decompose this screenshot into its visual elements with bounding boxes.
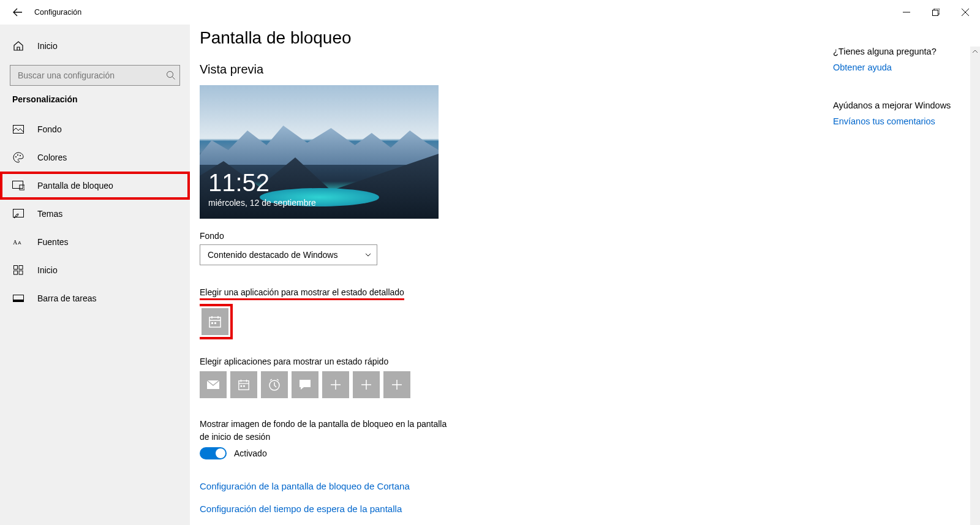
cortana-link[interactable]: Configuración de la pantalla de bloqueo …: [200, 481, 788, 491]
quick-app-calendar[interactable]: [230, 371, 257, 398]
themes-icon: [12, 208, 24, 220]
preview-heading: Vista previa: [200, 62, 788, 77]
quick-app-add[interactable]: [322, 371, 349, 398]
login-background-label: Mostrar imagen de fondo de la pantalla d…: [200, 418, 457, 444]
plus-icon: [391, 379, 402, 390]
chat-icon: [298, 379, 312, 391]
svg-text:A: A: [18, 240, 21, 246]
sidebar-item-label: Fuentes: [37, 237, 69, 247]
quick-app-chat[interactable]: [292, 371, 318, 398]
lockscreen-icon: [12, 179, 24, 192]
quick-app-add[interactable]: [353, 371, 380, 398]
svg-point-5: [20, 155, 21, 156]
get-help-link[interactable]: Obtener ayuda: [833, 62, 956, 72]
quick-status-label: Elegir aplicaciones para mostrar un esta…: [200, 357, 788, 366]
calendar-icon: [238, 379, 250, 391]
search-input[interactable]: [17, 70, 166, 81]
minimize-icon: [903, 9, 910, 16]
titlebar: Configuración: [0, 0, 980, 25]
plus-icon: [361, 379, 372, 390]
question-heading: ¿Tienes alguna pregunta?: [833, 47, 956, 56]
maximize-button[interactable]: [921, 2, 951, 22]
quick-app-alarm[interactable]: [261, 371, 288, 398]
quick-app-mail[interactable]: [200, 371, 227, 398]
improve-heading: Ayúdanos a mejorar Windows: [833, 100, 956, 110]
sidebar-item-fuentes[interactable]: AA Fuentes: [0, 228, 190, 256]
background-select[interactable]: Contenido destacado de Windows: [200, 244, 377, 265]
svg-rect-13: [14, 271, 18, 274]
sidebar-category: Personalización: [0, 94, 190, 104]
svg-text:A: A: [13, 239, 17, 246]
arrow-left-icon: [13, 7, 23, 17]
sidebar-item-bloqueo[interactable]: Pantalla de bloqueo: [0, 172, 190, 200]
feedback-link[interactable]: Envíanos tus comentarios: [833, 116, 956, 126]
svg-rect-19: [214, 322, 216, 324]
search-box[interactable]: [10, 65, 180, 86]
back-button[interactable]: [12, 0, 23, 25]
quick-status-row: [200, 371, 788, 398]
svg-rect-14: [19, 271, 23, 274]
right-panel: ¿Tienes alguna pregunta? Obtener ayuda A…: [833, 47, 956, 154]
home-icon: [12, 40, 24, 52]
page-title: Pantalla de bloqueo: [200, 28, 788, 48]
svg-rect-16: [13, 300, 24, 302]
sidebar-item-label: Temas: [37, 209, 62, 219]
sidebar-item-label: Pantalla de bloqueo: [37, 181, 113, 191]
sidebar-item-label: Colores: [37, 153, 67, 162]
sidebar-item-barra[interactable]: Barra de tareas: [0, 284, 190, 312]
scroll-up-button[interactable]: [970, 47, 980, 56]
sidebar-item-label: Fondo: [37, 124, 62, 134]
sidebar-item-inicio[interactable]: Inicio: [0, 256, 190, 284]
background-label: Fondo: [200, 231, 788, 241]
svg-rect-8: [13, 210, 24, 217]
alarm-icon: [268, 378, 281, 391]
svg-rect-12: [19, 266, 23, 270]
chevron-up-icon: [972, 48, 978, 55]
fonts-icon: AA: [12, 236, 24, 248]
svg-rect-21: [239, 381, 249, 390]
svg-point-1: [167, 72, 173, 78]
calendar-icon: [208, 315, 222, 328]
svg-rect-7: [20, 185, 24, 190]
start-icon: [12, 264, 24, 276]
background-value: Contenido destacado de Windows: [208, 250, 337, 260]
mail-icon: [206, 380, 220, 390]
chevron-down-icon: [364, 251, 372, 259]
svg-point-4: [17, 154, 18, 156]
login-background-toggle[interactable]: [200, 447, 227, 459]
window-title: Configuración: [34, 8, 81, 17]
preview-time: 11:52: [208, 169, 270, 197]
svg-rect-23: [243, 385, 245, 387]
taskbar-icon: [12, 292, 24, 304]
sidebar-home[interactable]: Inicio: [0, 32, 190, 60]
sidebar: Inicio Personalización Fondo Colores Pan…: [0, 25, 190, 525]
svg-rect-18: [211, 322, 213, 324]
timeout-link[interactable]: Configuración del tiempo de espera de la…: [200, 504, 788, 514]
palette-icon: [12, 151, 24, 164]
preview-date: miércoles, 12 de septiembre: [208, 198, 316, 208]
svg-rect-0: [933, 10, 938, 16]
sidebar-item-colores[interactable]: Colores: [0, 143, 190, 172]
svg-rect-11: [14, 266, 18, 270]
picture-icon: [12, 123, 24, 135]
plus-icon: [330, 379, 341, 390]
minimize-button[interactable]: [892, 2, 921, 22]
detailed-status-app[interactable]: [202, 308, 228, 335]
content-area: Pantalla de bloqueo Vista previa 11:52 m…: [200, 25, 980, 525]
toggle-state: Activado: [234, 448, 267, 458]
maximize-icon: [932, 9, 940, 16]
svg-point-3: [15, 156, 17, 157]
search-icon: [166, 70, 176, 80]
sidebar-home-label: Inicio: [37, 41, 58, 51]
quick-app-add[interactable]: [383, 371, 410, 398]
sidebar-item-temas[interactable]: Temas: [0, 200, 190, 228]
sidebar-item-label: Barra de tareas: [37, 293, 97, 303]
vertical-scrollbar[interactable]: [970, 47, 980, 525]
svg-rect-22: [241, 385, 243, 387]
detailed-status-label: Elegir una aplicación para mostrar el es…: [200, 287, 404, 300]
close-button[interactable]: [951, 2, 980, 22]
close-icon: [962, 9, 969, 16]
lockscreen-preview: 11:52 miércoles, 12 de septiembre: [200, 85, 439, 219]
sidebar-item-label: Inicio: [37, 265, 58, 275]
sidebar-item-fondo[interactable]: Fondo: [0, 115, 190, 143]
